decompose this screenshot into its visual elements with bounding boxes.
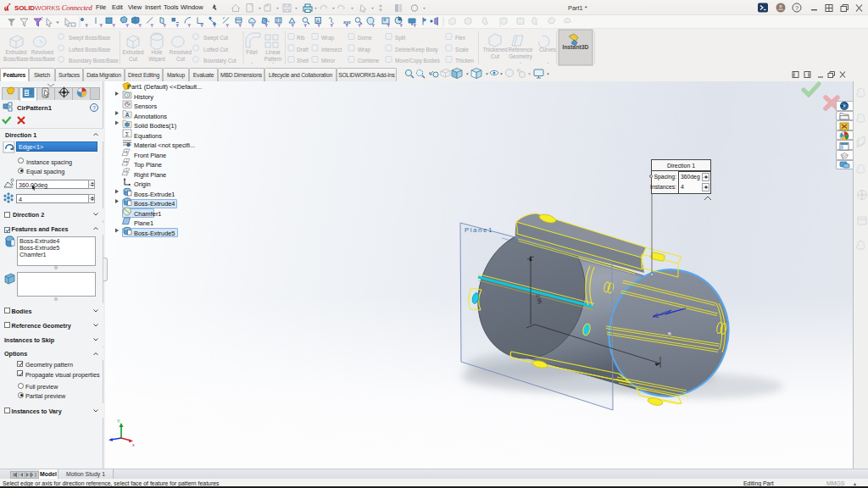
- svg-text:Mirror: Mirror: [321, 58, 335, 64]
- svg-text:Σ: Σ: [125, 130, 130, 138]
- svg-text:x: x: [132, 442, 135, 447]
- svg-text:Linear: Linear: [265, 49, 281, 55]
- svg-text:Delete/Keep Body: Delete/Keep Body: [395, 47, 439, 53]
- svg-text:-: -: [251, 59, 253, 65]
- svg-text:Y: Y: [117, 419, 120, 424]
- svg-text:Cut: Cut: [176, 56, 185, 62]
- svg-text:Hole: Hole: [152, 49, 163, 55]
- svg-text:Wrap: Wrap: [321, 35, 334, 42]
- svg-text:Instant3D: Instant3D: [563, 44, 589, 50]
- svg-text:Reference: Reference: [508, 47, 533, 53]
- svg-text:Draft: Draft: [297, 47, 309, 53]
- svg-text:Boundary Cut: Boundary Cut: [203, 58, 236, 64]
- svg-text:Flex: Flex: [455, 35, 466, 41]
- svg-text:-: -: [520, 59, 521, 65]
- svg-text:Thicken: Thicken: [455, 58, 475, 64]
- svg-text:Plane1: Plane1: [465, 226, 493, 234]
- svg-text:xyz: xyz: [343, 19, 351, 25]
- svg-text:Wrap: Wrap: [358, 47, 370, 53]
- svg-text:Revolved: Revolved: [31, 49, 54, 55]
- svg-text:Intersect: Intersect: [321, 47, 342, 53]
- svg-text:Lofted Cut: Lofted Cut: [203, 47, 228, 53]
- svg-text:A: A: [316, 19, 320, 24]
- svg-text:Revolved: Revolved: [170, 49, 192, 55]
- svg-text:Curves: Curves: [539, 47, 556, 53]
- svg-text:Move/Copy Bodies: Move/Copy Bodies: [395, 58, 440, 64]
- svg-text:-: -: [156, 58, 158, 64]
- svg-text:Shell: Shell: [297, 58, 309, 64]
- svg-text:-: -: [272, 59, 274, 65]
- svg-text:Lofted Boss/Base: Lofted Boss/Base: [69, 47, 111, 53]
- svg-text:Split: Split: [395, 35, 405, 42]
- svg-text:Dome: Dome: [358, 35, 372, 41]
- svg-text:Scale: Scale: [455, 47, 469, 53]
- svg-text:Boss/Base: Boss/Base: [30, 56, 56, 62]
- svg-text:-: -: [547, 59, 548, 65]
- svg-text:Extruded: Extruded: [5, 49, 27, 55]
- svg-text:A: A: [125, 112, 129, 118]
- svg-text:Extruded: Extruded: [122, 49, 144, 55]
- svg-text:Rib: Rib: [297, 35, 305, 41]
- svg-text:Thickened: Thickened: [482, 47, 508, 53]
- svg-text:Cut: Cut: [129, 56, 137, 62]
- svg-text:?: ?: [92, 105, 96, 111]
- svg-text:Fillet: Fillet: [246, 49, 258, 55]
- svg-text:Cut: Cut: [491, 53, 499, 59]
- svg-text:Boss/Base: Boss/Base: [3, 56, 30, 62]
- svg-text:Swept Boss/Base: Swept Boss/Base: [69, 35, 111, 42]
- svg-text:?: ?: [795, 4, 798, 12]
- svg-text:Swept Cut: Swept Cut: [203, 35, 228, 42]
- svg-text:Combine: Combine: [358, 58, 380, 64]
- svg-text:Boundary Boss/Base: Boundary Boss/Base: [69, 58, 119, 64]
